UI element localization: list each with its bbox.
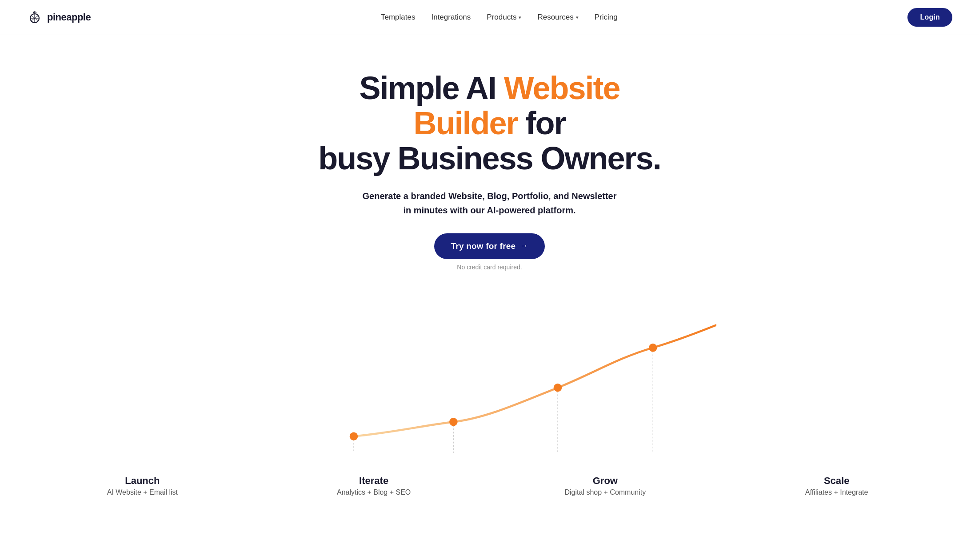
nav-item-pricing[interactable]: Pricing — [595, 13, 618, 22]
iterate-sub: Analytics + Blog + SEO — [258, 488, 490, 496]
nav-right: Login — [907, 8, 952, 27]
grow-dot — [553, 384, 562, 392]
launch-dot — [349, 432, 358, 440]
scale-label: Scale — [721, 475, 952, 487]
chart-label-scale: Scale Affiliates + Integrate — [721, 475, 952, 496]
hero-subtitle-line1: Generate a branded Website, Blog, Portfo… — [363, 191, 617, 201]
hero-subtitle: Generate a branded Website, Blog, Portfo… — [308, 189, 672, 217]
cta-area: Try now for free → No credit card requir… — [308, 233, 672, 271]
pineapple-logo-icon — [27, 9, 43, 25]
navbar: pineapple Templates Integrations Product… — [0, 0, 979, 35]
hero-title: Simple AI Website Builder for busy Busin… — [308, 71, 672, 176]
hero-section: Simple AI Website Builder for busy Busin… — [290, 35, 690, 311]
chart-label-launch: Launch AI Website + Email list — [27, 475, 258, 496]
hero-title-line2: busy Business Owners. — [318, 140, 660, 176]
nav-item-templates[interactable]: Templates — [381, 13, 415, 22]
no-cc-text: No credit card required. — [457, 264, 522, 271]
scale-dot — [648, 344, 657, 352]
try-now-label: Try now for free — [451, 241, 516, 251]
scale-sub: Affiliates + Integrate — [721, 488, 952, 496]
hero-title-part1: Simple AI — [359, 70, 503, 106]
products-chevron-icon: ▾ — [519, 15, 521, 20]
nav-item-products[interactable]: Products ▾ — [487, 13, 521, 22]
launch-label: Launch — [27, 475, 258, 487]
login-button[interactable]: Login — [907, 8, 952, 27]
grow-sub: Digital shop + Community — [490, 488, 721, 496]
hero-title-part2: for — [518, 105, 566, 141]
nav-links: Templates Integrations Products ▾ Resour… — [381, 13, 618, 22]
growth-chart — [245, 311, 734, 480]
nav-item-integrations[interactable]: Integrations — [431, 13, 471, 22]
chart-svg — [263, 311, 716, 480]
launch-sub: AI Website + Email list — [27, 488, 258, 496]
logo-text: pineapple — [47, 12, 91, 23]
hero-subtitle-line2: in minutes with our AI-powered platform. — [403, 205, 575, 215]
iterate-dot — [449, 418, 458, 426]
growth-curve — [354, 325, 716, 436]
try-now-button[interactable]: Try now for free → — [434, 233, 545, 259]
nav-item-resources[interactable]: Resources ▾ — [537, 13, 578, 22]
arrow-icon: → — [520, 241, 528, 251]
logo[interactable]: pineapple — [27, 9, 91, 25]
resources-chevron-icon: ▾ — [576, 15, 579, 20]
